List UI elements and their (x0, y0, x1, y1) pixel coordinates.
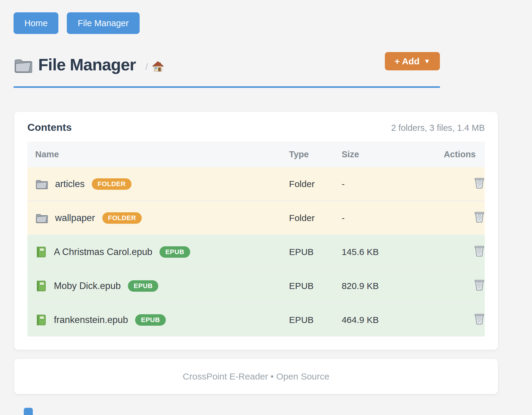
delete-button[interactable] (474, 313, 485, 325)
folder-badge: FOLDER (102, 212, 142, 224)
epub-badge: EPUB (128, 280, 158, 292)
epub-badge: EPUB (135, 314, 165, 326)
green-book-icon (35, 246, 47, 258)
top-nav: Home File Manager (14, 12, 140, 34)
size-cell: 464.9 KB (334, 303, 411, 337)
contents-card: Contents 2 folders, 3 files, 1.4 MB Name… (14, 112, 498, 350)
type-cell: Folder (281, 167, 334, 201)
size-cell: - (334, 201, 411, 235)
add-button-label: + Add (394, 56, 419, 66)
file-table: Name Type Size Actions articles FOLDER F… (27, 142, 485, 337)
table-header-row: Name Type Size Actions (27, 142, 485, 167)
table-row: frankenstein.epub EPUB EPUB 464.9 KB (27, 303, 485, 337)
size-cell: 820.9 KB (334, 269, 411, 303)
epub-badge: EPUB (159, 246, 190, 258)
trash-icon (474, 313, 485, 325)
type-cell: Folder (281, 201, 334, 235)
green-book-icon (35, 280, 47, 292)
size-cell: 145.6 KB (334, 235, 411, 269)
folder-icon (35, 213, 48, 223)
column-header-type: Type (281, 142, 334, 167)
nav-home-button[interactable]: Home (14, 12, 58, 34)
delete-button[interactable] (474, 211, 485, 223)
table-row: articles FOLDER Folder - (27, 167, 485, 201)
page-title: File Manager (38, 55, 136, 74)
file-name-link[interactable]: A Christmas Carol.epub (54, 247, 152, 257)
file-name-link[interactable]: Moby Dick.epub (54, 281, 121, 291)
file-name-link[interactable]: frankenstein.epub (54, 315, 128, 325)
table-row: Moby Dick.epub EPUB EPUB 820.9 KB (27, 269, 485, 303)
table-row: wallpaper FOLDER Folder - (27, 201, 485, 235)
trash-icon (474, 245, 485, 257)
footer-text: CrossPoint E-Reader • Open Source (183, 371, 329, 382)
home-icon[interactable] (152, 61, 164, 72)
column-header-name: Name (27, 142, 281, 167)
folder-icon (14, 57, 32, 73)
delete-button[interactable] (474, 245, 485, 257)
trash-icon (474, 211, 485, 223)
page-header: File Manager / (14, 55, 440, 74)
table-row: A Christmas Carol.epub EPUB EPUB 145.6 K… (27, 235, 485, 269)
footer-card: CrossPoint E-Reader • Open Source (14, 359, 498, 394)
contents-summary: 2 folders, 3 files, 1.4 MB (391, 123, 485, 133)
trash-icon (474, 279, 485, 291)
nav-file-manager-button[interactable]: File Manager (67, 12, 139, 34)
size-cell: - (334, 167, 411, 201)
folder-badge: FOLDER (92, 178, 131, 190)
delete-button[interactable] (474, 279, 485, 291)
chevron-down-icon: ▼ (424, 57, 430, 65)
trash-icon (474, 177, 485, 189)
delete-button[interactable] (474, 177, 485, 189)
breadcrumb-separator: / (145, 62, 148, 72)
type-cell: EPUB (281, 269, 334, 303)
partial-button[interactable] (24, 408, 33, 415)
card-title: Contents (27, 121, 72, 133)
type-cell: EPUB (281, 235, 334, 269)
add-button[interactable]: + Add ▼ (385, 52, 440, 70)
column-header-actions: Actions (412, 142, 485, 167)
header-divider (14, 86, 440, 88)
type-cell: EPUB (281, 303, 334, 337)
folder-icon (35, 179, 48, 189)
column-header-size: Size (334, 142, 411, 167)
file-name-link[interactable]: articles (55, 179, 85, 189)
green-book-icon (35, 314, 47, 326)
file-name-link[interactable]: wallpaper (55, 213, 95, 223)
